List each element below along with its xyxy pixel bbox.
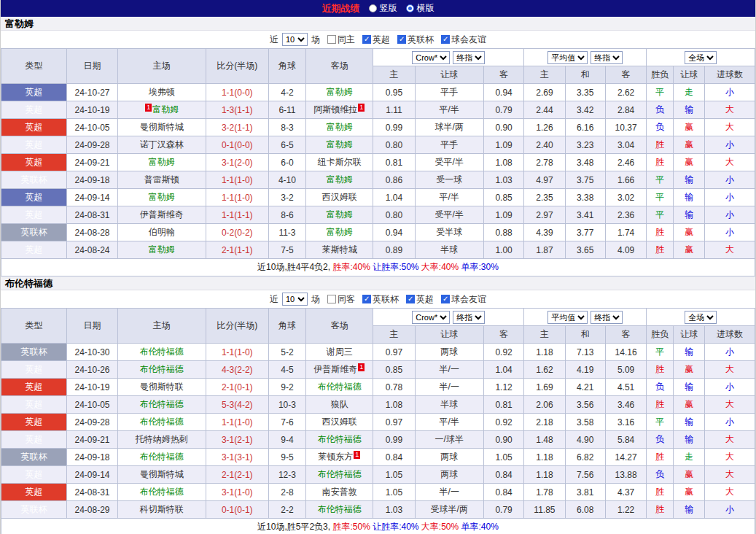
home-team-name[interactable]: 埃弗顿 <box>149 87 175 97</box>
avg-odds-cell: 4.37 <box>605 484 646 501</box>
away-team-name[interactable]: 布伦特福德 <box>318 434 362 444</box>
handicap-odds-cell: 1.03 <box>483 171 523 189</box>
filter-checkbox[interactable]: 英超 <box>406 293 434 306</box>
bookmaker-select[interactable]: Crow* <box>412 51 450 64</box>
filter-checkbox[interactable]: 英超 <box>362 34 390 46</box>
filter-checkbox[interactable]: 球会友谊 <box>441 293 486 306</box>
away-team-name[interactable]: 富勒姆 <box>327 122 353 132</box>
home-team-name[interactable]: 布伦特福德 <box>140 347 184 357</box>
checkbox-icon <box>327 295 336 303</box>
away-team-name[interactable]: 富勒姆 <box>327 209 353 220</box>
away-team-name[interactable]: 谢周三 <box>327 347 353 357</box>
goals-result-cell: 大 <box>705 241 755 259</box>
away-team-name[interactable]: 南安普敦 <box>322 487 357 497</box>
filter-checkbox[interactable]: 英联杯 <box>362 293 399 306</box>
away-team-name[interactable]: 富勒姆 <box>327 227 353 237</box>
away-team-name[interactable]: 富勒姆 <box>327 87 353 97</box>
handicap-odds-cell: 0.86 <box>373 171 415 189</box>
home-team-name[interactable]: 普雷斯顿 <box>144 174 179 185</box>
match-row: 英超24-10-05布伦特福德5-3(4-2)10-3狼队1.08半球0.812… <box>1 396 755 414</box>
avg-stage-select[interactable]: 终指 <box>591 311 623 324</box>
home-team-name[interactable]: 曼彻斯特城 <box>140 122 184 132</box>
handicap-odds-cell: 0.97 <box>373 414 415 431</box>
handicap-odds-cell: 1.04 <box>483 361 523 379</box>
avg-stage-select[interactable]: 终指 <box>591 51 623 64</box>
avg-selects-cell: 平均值终指 <box>524 49 647 66</box>
filter-checkbox[interactable]: 同客 <box>327 293 355 306</box>
away-team-cell: 布伦特福德 <box>306 379 373 396</box>
home-team-name[interactable]: 托特纳姆热刺 <box>136 434 188 444</box>
home-team-cell: 布伦特福德 <box>117 484 206 501</box>
home-team-name[interactable]: 布伦特福德 <box>140 364 184 374</box>
table-body: 英联杯24-10-30布伦特福德1-1(1-0)5-2谢周三0.97两球0.92… <box>1 344 755 519</box>
home-team-name[interactable]: 富勒姆 <box>149 244 175 255</box>
filter-checkbox-label: 英超 <box>373 34 390 46</box>
date-cell: 24-09-21 <box>67 154 118 171</box>
home-team-name[interactable]: 布伦特福德 <box>140 452 184 462</box>
odds-stage-select[interactable]: 终指 <box>453 311 485 324</box>
league-type-cell: 英超 <box>1 136 67 154</box>
filter-checkbox[interactable]: 同主 <box>327 34 355 46</box>
handicap-odds-cell: 受半球 <box>415 224 483 241</box>
home-team-name[interactable]: 伊普斯维奇 <box>140 209 184 220</box>
goals-result-cell: 大 <box>705 466 755 484</box>
handicap-odds-cell: 半/一 <box>415 361 483 379</box>
away-team-name[interactable]: 狼队 <box>331 399 348 409</box>
score-cell: 2-1(0-1) <box>206 379 268 396</box>
home-team-cell: 曼彻斯特联 <box>117 379 206 396</box>
home-team-name[interactable]: 诺丁汉森林 <box>140 139 184 150</box>
home-team-name[interactable]: 伯明翰 <box>149 227 175 237</box>
away-team-name[interactable]: 莱斯特城 <box>322 244 357 255</box>
bookmaker-select[interactable]: Crow* <box>412 311 450 324</box>
away-team-name[interactable]: 富勒姆 <box>327 139 353 150</box>
filter-checkbox[interactable]: 英联杯 <box>397 34 434 46</box>
home-team-name[interactable]: 曼彻斯特城 <box>140 469 184 479</box>
home-team-name[interactable]: 曼彻斯特联 <box>140 382 184 392</box>
home-team-cell: 诺丁汉森林 <box>117 136 206 154</box>
recent-count-select[interactable]: 10 <box>282 33 308 46</box>
handicap-odds-cell: 0.80 <box>373 136 415 154</box>
result-cell: 平 <box>647 344 674 361</box>
date-cell: 24-10-19 <box>67 379 118 396</box>
away-team-name[interactable]: 伊普斯维奇 <box>313 364 357 374</box>
layout-radio-vertical[interactable]: 竖版 <box>369 2 397 15</box>
column-header: 比分(半场) <box>206 49 268 84</box>
away-team-name[interactable]: 西汉姆联 <box>322 417 357 427</box>
filter-row: 近10场同客英联杯英超球会友谊 <box>1 290 755 308</box>
away-team-name[interactable]: 富勒姆 <box>327 174 353 185</box>
home-team-name[interactable]: 富勒姆 <box>149 157 175 167</box>
away-team-name[interactable]: 西汉姆联 <box>322 192 357 202</box>
avg-select[interactable]: 平均值 <box>547 311 588 324</box>
away-team-name[interactable]: 布伦特福德 <box>318 382 362 392</box>
odds-stage-select[interactable]: 终指 <box>453 51 485 64</box>
scope-select[interactable]: 全场 <box>685 311 717 324</box>
handicap-odds-cell: 0.92 <box>483 414 523 431</box>
away-team-name[interactable]: 布伦特福德 <box>318 469 362 479</box>
layout-radio-horizontal[interactable]: 横版 <box>406 2 434 15</box>
handicap-odds-cell: 0.85 <box>373 361 415 379</box>
score-cell: 0-1(0-1) <box>206 501 268 519</box>
filter-checkbox[interactable]: 球会友谊 <box>441 34 486 46</box>
avg-odds-cell: 3.41 <box>565 206 605 224</box>
handicap-odds-cell: 0.90 <box>483 119 523 136</box>
handicap-result-cell: 输 <box>674 501 705 519</box>
handicap-odds-cell: 0.90 <box>483 431 523 449</box>
home-team-name[interactable]: 富勒姆 <box>149 192 175 202</box>
away-team-name[interactable]: 布伦特福德 <box>318 504 362 514</box>
home-team-name[interactable]: 布伦特福德 <box>140 399 184 409</box>
away-team-name[interactable]: 纽卡斯尔联 <box>318 157 362 167</box>
away-team-name[interactable]: 莱顿东方 <box>318 452 353 462</box>
home-team-name[interactable]: 布伦特福德 <box>140 417 184 427</box>
home-team-cell: 托特纳姆热刺 <box>117 431 206 449</box>
recent-count-select[interactable]: 10 <box>282 293 308 306</box>
home-team-name[interactable]: 富勒姆 <box>152 104 179 115</box>
handicap-odds-cell: 半球 <box>415 241 483 259</box>
avg-select[interactable]: 平均值 <box>547 51 588 64</box>
handicap-odds-cell: 0.84 <box>483 466 523 484</box>
match-row: 英超24-09-28诺丁汉森林0-1(0-0)6-5富勒姆0.80平手1.092… <box>1 136 755 154</box>
home-team-name[interactable]: 科切斯特联 <box>140 504 184 514</box>
scope-select[interactable]: 全场 <box>685 51 717 64</box>
away-team-name[interactable]: 阿斯顿维拉 <box>313 104 357 115</box>
home-team-name[interactable]: 布伦特福德 <box>140 487 184 497</box>
handicap-odds-cell: 1.05 <box>483 449 523 466</box>
